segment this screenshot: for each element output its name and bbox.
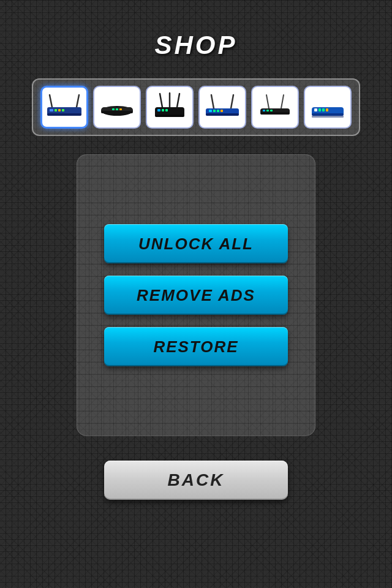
- back-button[interactable]: BACK: [104, 461, 288, 500]
- router-item-4[interactable]: [198, 86, 246, 129]
- page-title: SHOP: [154, 31, 237, 60]
- router-1-icon: [45, 90, 84, 124]
- svg-rect-38: [312, 113, 344, 116]
- svg-rect-39: [314, 108, 317, 111]
- svg-rect-41: [322, 108, 325, 111]
- svg-line-31: [281, 95, 284, 108]
- svg-line-30: [266, 95, 269, 108]
- svg-line-22: [211, 95, 214, 108]
- router-item-5[interactable]: [251, 86, 299, 129]
- svg-rect-36: [270, 110, 273, 111]
- svg-rect-29: [221, 110, 223, 112]
- svg-rect-13: [119, 108, 122, 110]
- router-3-icon: [150, 90, 189, 124]
- svg-rect-25: [206, 113, 239, 116]
- svg-rect-10: [101, 111, 133, 113]
- router-item-2[interactable]: [93, 86, 141, 129]
- svg-rect-21: [165, 109, 168, 111]
- svg-rect-5: [55, 109, 57, 111]
- router-item-6[interactable]: [304, 86, 352, 129]
- svg-rect-26: [209, 110, 212, 112]
- svg-rect-43: [312, 116, 344, 118]
- main-container: SHOP: [0, 0, 392, 588]
- svg-rect-33: [260, 112, 290, 115]
- svg-rect-7: [62, 109, 64, 111]
- svg-line-0: [50, 95, 52, 107]
- svg-rect-28: [217, 110, 219, 112]
- svg-rect-20: [162, 109, 164, 111]
- router-5-icon: [255, 90, 295, 124]
- shop-panel: UNLOCK ALL REMOVE ADS RESTORE: [77, 154, 315, 436]
- router-item-3[interactable]: [146, 86, 194, 129]
- remove-ads-button[interactable]: REMOVE ADS: [104, 276, 288, 315]
- svg-line-23: [231, 95, 233, 108]
- svg-rect-12: [116, 108, 118, 110]
- svg-rect-40: [318, 108, 321, 111]
- unlock-all-button[interactable]: UNLOCK ALL: [104, 224, 288, 263]
- svg-rect-35: [266, 110, 269, 111]
- svg-rect-19: [157, 109, 160, 111]
- svg-line-1: [77, 95, 79, 107]
- router-4-icon: [203, 90, 242, 124]
- svg-rect-6: [58, 109, 61, 111]
- svg-rect-18: [155, 115, 184, 117]
- svg-rect-4: [50, 109, 53, 111]
- svg-rect-34: [263, 110, 265, 111]
- router-selection-row: [32, 78, 360, 136]
- svg-line-14: [160, 94, 162, 107]
- svg-rect-27: [213, 110, 216, 112]
- restore-button[interactable]: RESTORE: [104, 327, 288, 366]
- svg-line-16: [177, 94, 179, 107]
- svg-rect-42: [326, 108, 328, 111]
- router-item-1[interactable]: [40, 86, 88, 129]
- router-2-icon: [97, 90, 137, 124]
- svg-rect-3: [47, 113, 81, 116]
- svg-rect-11: [112, 108, 115, 110]
- router-6-icon: [308, 90, 347, 124]
